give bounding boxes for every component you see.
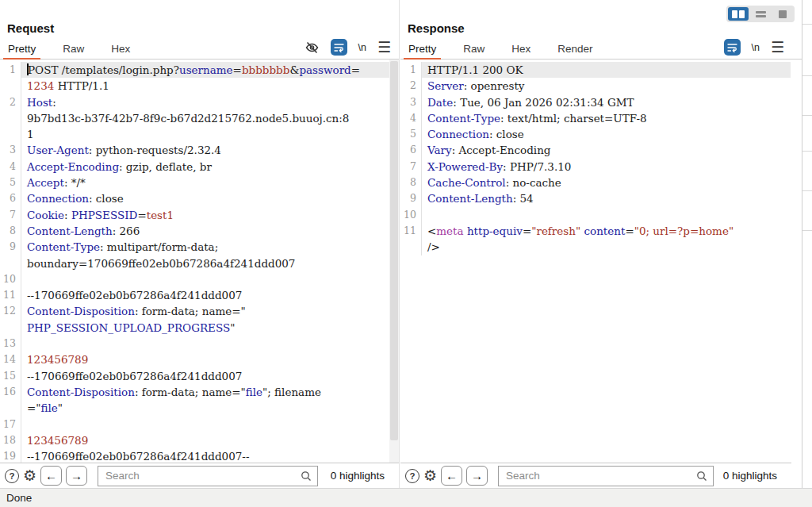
request-search-input[interactable] (98, 466, 318, 486)
editor-line[interactable]: 9Content-Type: multipart/form-data; (0, 239, 389, 255)
editor-line[interactable]: 18123456789 (0, 432, 389, 448)
editor-line[interactable]: 2Server: openresty (400, 78, 791, 94)
line-number (0, 320, 21, 336)
editor-line[interactable]: 5Connection: close (400, 126, 791, 142)
request-toolbar: \n ☰ (304, 39, 391, 56)
line-number: 4 (400, 110, 421, 126)
response-highlights-count: 0 highlights (723, 470, 787, 482)
line-number: 16 (0, 384, 21, 400)
hide-eye-icon[interactable] (304, 41, 320, 54)
request-title: Request (7, 21, 54, 35)
editor-line[interactable]: 15--170669ffe02eb0b67286a4f241ddd007 (0, 368, 389, 384)
help-icon[interactable]: ? (405, 469, 419, 483)
line-number: 3 (400, 94, 421, 110)
editor-line[interactable]: 11--170669ffe02eb0b67286a4f241ddd007 (0, 287, 389, 303)
request-findbar: ? ⚙ ← → 0 highlights (0, 463, 399, 488)
response-panel: Response PrettyRawHexRender \n ☰ 1HTTP/1… (400, 0, 802, 488)
status-bar: Done (0, 488, 812, 507)
editor-line[interactable]: 7Cookie: PHPSESSID=test1 (0, 207, 389, 223)
line-number: 4 (0, 159, 21, 175)
editor-line[interactable]: boundary=170669ffe02eb0b67286a4f241ddd00… (0, 255, 389, 271)
newline-icon[interactable]: \n (358, 42, 366, 53)
layout-view-toggle (726, 6, 795, 22)
search-icon (301, 471, 312, 485)
request-tabs: PrettyRawHex \n ☰ (0, 39, 399, 60)
previous-match-button[interactable]: ← (441, 466, 462, 486)
request-editor[interactable]: 1POST /templates/login.php?username=bbbb… (0, 60, 399, 463)
tab-pretty[interactable]: Pretty (408, 43, 436, 60)
editor-line[interactable]: 6Connection: close (0, 190, 389, 206)
line-number: 7 (400, 159, 421, 175)
line-number: 6 (400, 142, 421, 158)
editor-line[interactable]: ="file" (0, 400, 389, 416)
editor-line[interactable]: 1234 HTTP/1.1 (0, 78, 389, 94)
help-icon[interactable]: ? (5, 469, 19, 483)
tab-hex[interactable]: Hex (511, 43, 530, 60)
editor-line[interactable]: /> (400, 239, 791, 255)
editor-line[interactable]: 10 (0, 271, 389, 287)
line-number (0, 255, 21, 271)
menu-icon[interactable]: ☰ (771, 42, 784, 53)
request-scrollbar[interactable] (389, 60, 399, 463)
tab-pretty[interactable]: Pretty (8, 43, 36, 60)
editor-line[interactable]: 2Host: (0, 94, 389, 110)
line-number: 18 (0, 432, 21, 448)
word-wrap-icon[interactable] (724, 39, 741, 56)
split-columns-view-button[interactable] (728, 7, 749, 21)
editor-line[interactable]: 17 (0, 417, 389, 432)
response-editor[interactable]: 1HTTP/1.1 200 OK2Server: openresty3Date:… (400, 60, 791, 463)
request-scrollbar-thumb[interactable] (390, 61, 398, 440)
stacked-rows-view-button[interactable] (750, 7, 771, 21)
next-match-button[interactable]: → (466, 466, 488, 486)
gear-icon[interactable]: ⚙ (423, 468, 437, 483)
response-tabs: PrettyRawHexRender \n ☰ (400, 39, 802, 60)
editor-line[interactable]: 1POST /templates/login.php?username=bbbb… (0, 62, 389, 78)
line-number: 1 (0, 62, 21, 78)
editor-line[interactable]: 3User-Agent: python-requests/2.32.4 (0, 142, 389, 158)
editor-line[interactable]: 8Content-Length: 266 (0, 223, 389, 239)
tab-render[interactable]: Render (557, 43, 592, 60)
tab-hex[interactable]: Hex (111, 43, 130, 60)
editor-line[interactable]: 5Accept: */* (0, 175, 389, 190)
editor-line[interactable]: 9Content-Length: 54 (400, 190, 791, 206)
editor-line[interactable]: 6Vary: Accept-Encoding (400, 142, 791, 158)
editor-line[interactable]: 8Cache-Control: no-cache (400, 175, 791, 190)
line-number: 8 (0, 223, 21, 239)
editor-line[interactable]: 9b7bd13c-b37f-42b7-8f9c-b67d2d215762.nod… (0, 110, 389, 126)
line-number: 11 (400, 223, 421, 239)
line-number: 1 (400, 62, 421, 78)
editor-line[interactable]: 11<meta http-equiv="refresh" content="0;… (400, 223, 791, 239)
line-number: 12 (0, 303, 21, 319)
single-view-button[interactable] (772, 7, 793, 21)
editor-line[interactable]: 13 (0, 336, 389, 351)
editor-line[interactable]: 19--170669ffe02eb0b67286a4f241ddd007-- (0, 448, 389, 463)
editor-line[interactable]: 1 (0, 126, 389, 142)
editor-line[interactable]: 3Date: Tue, 06 Jan 2026 02:31:34 GMT (400, 94, 791, 110)
gear-icon[interactable]: ⚙ (23, 468, 36, 483)
tab-raw[interactable]: Raw (463, 43, 485, 60)
request-panel: Request PrettyRawHex \n ☰ 1POST /templat… (0, 0, 400, 488)
word-wrap-icon[interactable] (331, 39, 347, 56)
response-findbar: ? ⚙ ← → 0 highlights (400, 463, 791, 488)
response-search-input[interactable] (498, 466, 714, 486)
editor-line[interactable]: 4Content-Type: text/html; charset=UTF-8 (400, 110, 791, 126)
tab-raw[interactable]: Raw (63, 43, 84, 60)
newline-icon[interactable]: \n (752, 42, 760, 53)
line-number: 5 (0, 175, 21, 190)
next-match-button[interactable]: → (66, 466, 87, 486)
editor-line[interactable]: 14123456789 (0, 351, 389, 367)
editor-line[interactable]: 10 (400, 207, 791, 223)
editor-line[interactable]: 1HTTP/1.1 200 OK (400, 62, 791, 78)
line-number: 10 (0, 271, 21, 287)
http-message-viewer: Request PrettyRawHex \n ☰ 1POST /templat… (0, 0, 812, 507)
previous-match-button[interactable]: ← (40, 466, 62, 486)
editor-line[interactable]: 4Accept-Encoding: gzip, deflate, br (0, 159, 389, 175)
editor-line[interactable]: 7X-Powered-By: PHP/7.3.10 (400, 159, 791, 175)
inspector-collapsed-strip[interactable] (802, 0, 812, 488)
editor-line[interactable]: 16Content-Disposition: form-data; name="… (0, 384, 389, 400)
editor-line[interactable]: 12Content-Disposition: form-data; name=" (0, 303, 389, 319)
editor-line[interactable]: PHP_SESSION_UPLOAD_PROGRESS" (0, 320, 389, 336)
menu-icon[interactable]: ☰ (377, 42, 391, 53)
line-number (0, 110, 21, 126)
request-highlights-count: 0 highlights (331, 470, 394, 482)
